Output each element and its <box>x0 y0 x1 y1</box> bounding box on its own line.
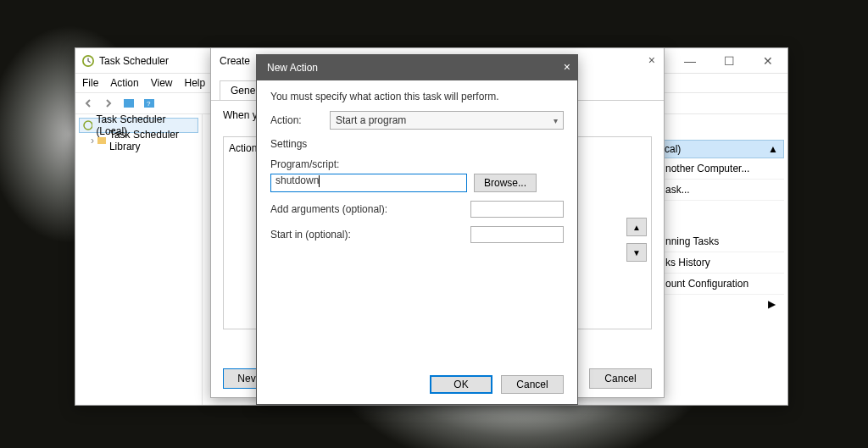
tree-pane: Task Scheduler (Local) › Task Scheduler … <box>75 114 203 405</box>
menu-view[interactable]: View <box>151 77 173 89</box>
action-column-header: Action <box>229 142 257 154</box>
collapse-icon[interactable]: ▲ <box>768 143 778 155</box>
action-dropdown[interactable]: Start a program ▾ <box>330 111 564 130</box>
forward-button[interactable] <box>101 96 116 111</box>
program-script-input[interactable]: shutdown <box>270 174 467 192</box>
new-action-title: New Action <box>267 62 318 74</box>
start-in-input[interactable] <box>470 226 564 243</box>
actions-more-arrow[interactable]: ▶ <box>659 295 784 313</box>
minimize-button[interactable]: — <box>670 48 709 74</box>
ok-button[interactable]: OK <box>430 375 492 394</box>
toolbar-icon-2[interactable]: ? <box>142 96 157 111</box>
action-label: Action: <box>270 114 330 126</box>
program-script-label: Program/script: <box>270 158 564 170</box>
maximize-button[interactable]: ☐ <box>709 48 748 74</box>
start-in-label: Start in (optional): <box>270 229 351 241</box>
action-account-config[interactable]: ount Configuration <box>659 274 784 295</box>
close-button[interactable]: ✕ <box>748 48 787 74</box>
action-create-task[interactable]: ask... <box>659 180 784 201</box>
create-task-title: Create <box>220 55 250 67</box>
program-script-value: shutdown <box>275 174 319 186</box>
create-task-cancel-button[interactable]: Cancel <box>589 368 652 389</box>
toolbar-icon-1[interactable] <box>121 96 136 111</box>
folder-icon <box>97 136 106 146</box>
menu-help[interactable]: Help <box>185 77 206 89</box>
browse-button[interactable]: Browse... <box>474 174 537 192</box>
create-task-close-button[interactable]: × <box>648 53 655 67</box>
svg-text:?: ? <box>147 100 151 108</box>
cancel-button[interactable]: Cancel <box>501 375 564 394</box>
move-down-button[interactable]: ▼ <box>626 243 647 262</box>
new-action-close-button[interactable]: × <box>564 60 570 74</box>
arguments-input[interactable] <box>470 201 564 218</box>
task-scheduler-title: Task Scheduler <box>99 55 169 67</box>
tree-library[interactable]: › Task Scheduler Library <box>79 133 198 148</box>
actions-pane: cal) ▲ nother Computer... ask... nning T… <box>659 140 784 313</box>
svg-rect-5 <box>97 137 106 144</box>
actions-pane-heading: cal) ▲ <box>659 140 784 158</box>
instruction-text: You must specify what action this task w… <box>270 91 564 102</box>
svg-point-4 <box>84 121 92 130</box>
action-running-tasks[interactable]: nning Tasks <box>659 231 784 252</box>
text-cursor <box>319 175 320 187</box>
new-action-dialog: New Action × You must specify what actio… <box>256 54 578 405</box>
svg-rect-1 <box>124 99 134 108</box>
action-dropdown-value: Start a program <box>336 114 406 126</box>
chevron-down-icon: ▾ <box>554 116 558 125</box>
arguments-label: Add arguments (optional): <box>270 203 387 215</box>
back-button[interactable] <box>81 96 96 111</box>
move-up-button[interactable]: ▲ <box>626 218 647 236</box>
menu-action[interactable]: Action <box>110 77 138 89</box>
settings-label: Settings <box>270 138 564 150</box>
clock-icon <box>82 55 94 67</box>
action-tasks-history[interactable]: ks History <box>659 252 784 274</box>
clock-icon <box>83 120 92 130</box>
menu-file[interactable]: File <box>82 77 98 89</box>
new-action-titlebar[interactable]: New Action × <box>257 55 577 80</box>
action-connect-computer[interactable]: nother Computer... <box>659 158 784 180</box>
tree-library-label: Task Scheduler Library <box>109 129 195 152</box>
expand-icon[interactable]: › <box>91 135 94 147</box>
